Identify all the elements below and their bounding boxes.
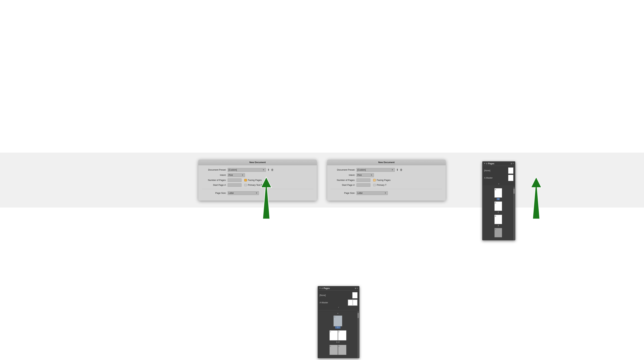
spread-2-3-thumbs: A A (330, 330, 346, 340)
left-panel-title: ◇ Pages (322, 287, 355, 290)
save-preset-icon[interactable]: ⬆ (267, 168, 270, 171)
page-size-label: Page Size: (202, 192, 226, 194)
preset-icons: ⬆ 🗑 (267, 168, 274, 171)
primary-text-area: Primary Text Frame (244, 184, 268, 186)
intent-select[interactable]: Print ▼ (228, 173, 245, 177)
right-masters-section: [None] A-Master (482, 166, 515, 183)
left-panel-scrollbar[interactable] (358, 311, 359, 358)
delete-preset-icon[interactable]: 🗑 (271, 168, 274, 171)
right-intent-select[interactable]: Print ▼ (356, 173, 374, 177)
right-page-1-row[interactable]: A 1 (484, 188, 513, 200)
right-preset-icons: ⬆ 🗑 (396, 168, 403, 171)
right-intent-value: Print (357, 174, 362, 176)
left-panel-close[interactable]: ✕ (319, 287, 321, 289)
right-page-size-value: Letter (357, 192, 363, 194)
num-pages-input[interactable] (228, 178, 242, 182)
spread-2-3-label: 2–3 (336, 341, 340, 343)
right-delete-preset-icon[interactable]: 🗑 (400, 168, 403, 171)
page-4-thumb: A (330, 345, 338, 355)
right-a-master-row[interactable]: A-Master (484, 174, 514, 182)
right-a-master-label: A-Master (484, 177, 493, 179)
right-preset-select[interactable]: [Custom] ▼ (356, 168, 395, 172)
facing-pages-label: Facing Pages (248, 179, 262, 182)
spread-4-5-thumbs: A A (330, 345, 346, 355)
left-panel-collapse[interactable]: » (357, 287, 358, 289)
right-num-pages-input[interactable] (356, 178, 370, 182)
a-master-row[interactable]: A-Master (319, 299, 358, 306)
right-page-4-thumb: A (494, 228, 502, 237)
left-dialog-title: New Document (198, 159, 317, 165)
right-panel-title-text: Pages (488, 162, 494, 165)
page-1-a-label: A (334, 316, 335, 318)
right-intent-label: Intent: (331, 174, 355, 176)
right-start-page-label: Start Page #: (331, 184, 355, 186)
primary-text-checkbox[interactable] (244, 184, 247, 186)
right-preset-label: Document Preset: (331, 168, 355, 171)
intent-row: Intent: Print ▼ (202, 173, 313, 177)
left-panel-title-text: Pages (324, 287, 330, 290)
right-panel-header: ✕ ◇ Pages ≡ » (482, 161, 515, 166)
right-preset-row: Document Preset: [Custom] ▼ ⬆ 🗑 (331, 168, 442, 172)
facing-pages-area: ✓ Facing Pages (244, 179, 262, 182)
right-start-page-row: Start Page #: Primary T (331, 183, 442, 187)
right-page-size-label: Page Size: (331, 192, 355, 194)
page-size-select[interactable]: Letter ▼ (228, 191, 259, 195)
left-pages-area: ▼ A 1 A A 2–3 (318, 311, 359, 358)
right-panel-scrollbar-thumb[interactable] (514, 189, 515, 194)
right-dialog-body: Document Preset: [Custom] ▼ ⬆ 🗑 Intent: … (327, 165, 446, 201)
right-page-size-arrow: ▼ (384, 192, 386, 194)
right-none-thumb (508, 167, 514, 174)
right-primary-text-label: Primary T (377, 184, 386, 186)
right-page-2-thumb: A (494, 202, 502, 211)
page-3-thumb: A (338, 330, 346, 340)
start-page-row: Start Page #: Primary Text Frame (202, 183, 313, 187)
right-facing-pages-label: Facing Pages (377, 179, 390, 182)
right-page-4-row[interactable]: A (484, 228, 513, 237)
right-none-label: [None] (484, 169, 490, 172)
left-dialog: New Document Document Preset: [Custom] ▼… (198, 159, 317, 201)
left-dialog-body: Document Preset: [Custom] ▼ ⬆ 🗑 Intent: … (198, 165, 317, 201)
right-primary-text-checkbox[interactable] (373, 184, 376, 186)
spread-4-5[interactable]: A A (319, 345, 356, 355)
right-page-2-row[interactable]: A 2 (484, 202, 513, 213)
left-pages-panel: ✕ ◇ Pages ≡ » [None] A-Master (318, 286, 360, 358)
right-facing-pages-checkbox[interactable] (373, 179, 376, 182)
pages-row: Number of Pages: ✓ Facing Pages (202, 178, 313, 182)
page-1-item[interactable]: A 1 (319, 315, 356, 329)
facing-pages-checkbox[interactable]: ✓ (244, 179, 247, 182)
none-label: [None] (320, 294, 326, 296)
spread-2-3[interactable]: A A 2–3 (319, 330, 356, 343)
right-panel-title: ◇ Pages (486, 162, 510, 165)
left-panel-menu[interactable]: ≡ (355, 287, 356, 290)
right-dialog: New Document Document Preset: [Custom] ▼… (327, 159, 446, 201)
right-panel-close[interactable]: ✕ (484, 162, 485, 165)
a-master-left-half (348, 300, 352, 306)
right-panel-collapse[interactable]: » (513, 162, 514, 164)
right-page-size-row: Page Size: Letter ▼ (331, 191, 442, 195)
start-page-input[interactable] (228, 183, 242, 187)
scroll-down-arrow: ▼ (319, 312, 356, 314)
right-panel-menu[interactable]: ≡ (510, 162, 512, 165)
preset-select[interactable]: [Custom] ▼ (228, 168, 266, 172)
left-dialog-container: New Document Document Preset: [Custom] ▼… (198, 159, 317, 201)
page-5-thumb: A (338, 345, 346, 355)
right-page-size-select[interactable]: Letter ▼ (356, 191, 388, 195)
page-wrapper: New Document Document Preset: [Custom] ▼… (0, 153, 644, 208)
right-dialog-container: New Document Document Preset: [Custom] ▼… (327, 159, 446, 201)
preset-label: Document Preset: (202, 168, 226, 171)
right-dialog-title: New Document (327, 159, 446, 165)
intent-value: Print (228, 174, 233, 176)
page-size-value: Letter (228, 192, 234, 194)
right-panel-scrollbar[interactable] (514, 187, 515, 240)
right-intent-arrow: ▼ (370, 174, 372, 176)
right-start-page-input[interactable] (356, 183, 370, 187)
right-preset-value: [Custom] (357, 169, 366, 171)
preset-value: [Custom] (228, 169, 237, 171)
right-save-preset-icon[interactable]: ⬆ (396, 168, 398, 171)
right-pages-row: Number of Pages: Facing Pages (331, 178, 442, 182)
right-primary-text-area: Primary T (373, 184, 386, 186)
right-page-3-row[interactable]: A 3 (484, 215, 513, 227)
page-2-thumb: A (330, 330, 338, 340)
right-a-master-thumb (508, 175, 514, 181)
left-panel-scrollbar-thumb[interactable] (358, 313, 359, 318)
